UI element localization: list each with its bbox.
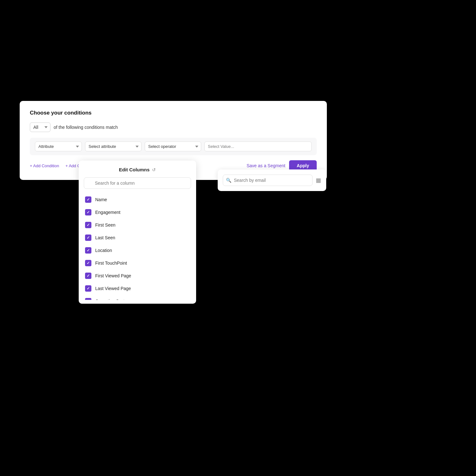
- all-conditions-select[interactable]: All Any: [30, 122, 50, 132]
- column-list-item[interactable]: Last Seen: [79, 231, 196, 244]
- conditions-match-text: of the following conditions match: [54, 125, 118, 130]
- column-list-item[interactable]: Location: [79, 244, 196, 257]
- columns-layout-icon[interactable]: ▦: [316, 177, 321, 184]
- column-search-wrapper: 🔍: [79, 177, 196, 189]
- column-item-label: First Viewed Page: [95, 273, 131, 278]
- columns-list: NameEngagementFirst SeenLast SeenLocatio…: [79, 192, 196, 300]
- checkbox-checked-icon: [85, 209, 91, 215]
- checkbox-checked-icon: [85, 285, 91, 292]
- email-search-panel: 🔍 ▦: [218, 169, 326, 191]
- condition-value-input[interactable]: [204, 142, 312, 151]
- column-search-input[interactable]: [84, 177, 191, 189]
- edit-columns-panel: Edit Columns ↺ 🔍 NameEngagementFirst See…: [79, 161, 196, 304]
- column-item-label: Name: [95, 197, 107, 202]
- operator-select[interactable]: Select operator: [145, 142, 201, 151]
- column-list-item[interactable]: Engagement: [79, 206, 196, 219]
- add-condition-button[interactable]: + Add Condition: [30, 163, 59, 168]
- edit-columns-header: Edit Columns ↺: [79, 167, 196, 172]
- column-list-item[interactable]: First Seen: [79, 219, 196, 231]
- column-item-label: Engagement: [95, 210, 120, 215]
- refresh-icon[interactable]: ↺: [152, 167, 156, 172]
- email-search-input[interactable]: [223, 175, 313, 186]
- column-item-label: First TouchPoint: [95, 261, 127, 266]
- checkbox-checked-icon: [85, 260, 91, 266]
- column-item-label: Last Viewed Page: [95, 286, 131, 291]
- column-list-item[interactable]: Name: [79, 193, 196, 206]
- column-item-label: First Seen: [95, 222, 116, 228]
- checkbox-checked-icon: [85, 196, 91, 203]
- checkbox-checked-icon: [85, 298, 91, 300]
- column-list-item[interactable]: First Viewed Page: [79, 269, 196, 282]
- column-search-input-wrapper: 🔍: [84, 177, 191, 189]
- checkbox-checked-icon: [85, 235, 91, 241]
- column-item-label: Operating System: [95, 299, 131, 300]
- checkbox-checked-icon: [85, 222, 91, 228]
- email-search-wrapper: 🔍: [223, 175, 313, 186]
- edit-columns-title: Edit Columns: [119, 167, 150, 172]
- condition-row: Attribute Select attribute Select operat…: [30, 138, 317, 155]
- column-list-item[interactable]: First TouchPoint: [79, 257, 196, 269]
- panel-title: Choose your conditions: [30, 110, 317, 116]
- attribute-type-select[interactable]: Attribute: [35, 142, 82, 151]
- conditions-header: All Any of the following conditions matc…: [30, 122, 317, 132]
- column-list-item[interactable]: Last Viewed Page: [79, 282, 196, 295]
- attribute-name-select[interactable]: Select attribute: [85, 142, 142, 151]
- column-list-item[interactable]: Operating System: [79, 295, 196, 300]
- save-segment-button[interactable]: Save as a Segment: [247, 163, 285, 168]
- column-item-label: Last Seen: [95, 235, 115, 240]
- column-item-label: Location: [95, 248, 112, 253]
- checkbox-checked-icon: [85, 247, 91, 254]
- checkbox-checked-icon: [85, 273, 91, 279]
